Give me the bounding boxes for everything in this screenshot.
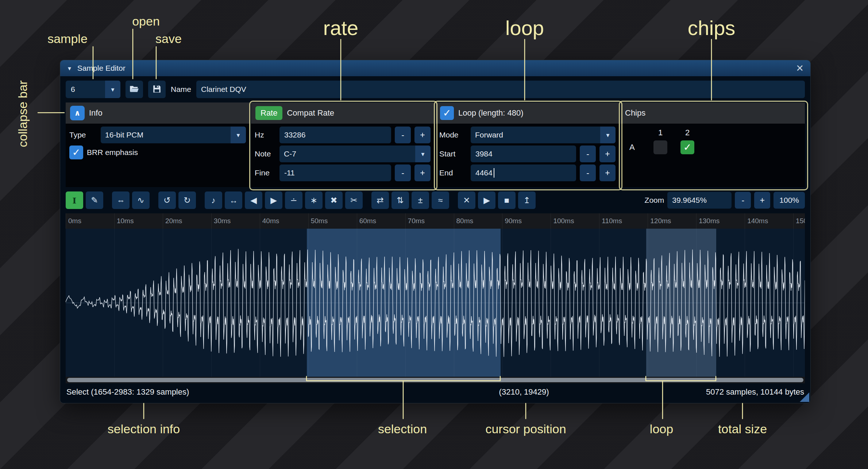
fine-increase-button[interactable]: +	[414, 164, 431, 181]
loop-start-increase-button[interactable]: +	[599, 146, 616, 162]
sample-toolbar-buttons: I✎⇔∿↺↻♪↔◀▶∸∗✖✂⇄⇅±≈✕▶■↥	[66, 191, 536, 209]
crossfade-button[interactable]: ✕	[458, 191, 475, 209]
window-collapse-icon[interactable]: ▼	[67, 65, 72, 71]
resize-button[interactable]: ⇔	[112, 191, 130, 209]
note-value: C-7	[279, 146, 415, 162]
normalize-button[interactable]: ↔	[225, 191, 242, 209]
hz-input[interactable]: 33286	[279, 127, 391, 143]
redo-button[interactable]: ↻	[178, 191, 196, 209]
zoom-controls: Zoom 39.9645% - + 100%	[645, 192, 805, 209]
preview-button[interactable]: ▶	[478, 191, 495, 209]
crossfade-icon: ✕	[463, 195, 470, 205]
chip-2-checkbox[interactable]: ✓	[680, 140, 694, 154]
loop-start-input[interactable]: 3984	[471, 146, 576, 162]
ruler-label: 60ms	[359, 217, 376, 225]
fade-out-button[interactable]: ▶	[265, 191, 282, 209]
fine-input[interactable]: -11	[279, 164, 391, 181]
signed-unsigned-button[interactable]: ±	[412, 191, 429, 209]
type-label: Type	[69, 131, 97, 139]
brr-emphasis-checkbox[interactable]: ✓	[69, 146, 83, 159]
open-folder-icon	[129, 84, 139, 95]
fine-decrease-button[interactable]: -	[395, 164, 411, 181]
ruler-label: 90ms	[505, 217, 521, 225]
property-panels: ∧ Info Type 16-bit PCM ▼ ✓	[66, 102, 805, 187]
reverse-button[interactable]: ⇄	[371, 191, 389, 209]
open-sample-button[interactable]	[126, 81, 143, 98]
loop-end-value: 4464	[475, 168, 493, 177]
ruler-label: 110ms	[602, 217, 622, 225]
fade-in-button[interactable]: ◀	[245, 191, 262, 209]
annotation-collapse-bar: collapse bar	[16, 80, 30, 147]
trim-button[interactable]: ✂	[345, 191, 363, 209]
info-panel-title: Info	[89, 108, 103, 118]
annotation-loop: loop	[505, 16, 544, 40]
zoom-reset-button[interactable]: 100%	[774, 192, 805, 209]
sample-number-select[interactable]: 6 ▼	[66, 81, 120, 98]
chip-1-checkbox[interactable]	[653, 140, 667, 154]
amplify-button[interactable]: ♪	[205, 191, 222, 209]
sample-toolbar: I✎⇔∿↺↻♪↔◀▶∸∗✖✂⇄⇅±≈✕▶■↥ Zoom 39.9645% - +…	[66, 191, 805, 209]
loop-end-label: End	[439, 168, 467, 177]
ruler-label: 0ms	[68, 217, 81, 225]
loop-start-decrease-button[interactable]: -	[580, 146, 596, 162]
rate-panel-title: Compat Rate	[287, 108, 334, 118]
titlebar[interactable]: ▼ Sample Editor ✕	[60, 60, 810, 76]
annotation-rate: rate	[323, 16, 359, 40]
resize-grip[interactable]	[800, 392, 809, 402]
window-title: Sample Editor	[77, 64, 126, 73]
annotation-save: save	[155, 32, 182, 46]
info-collapse-button[interactable]: ∧	[70, 106, 85, 120]
hz-value: 33286	[284, 131, 305, 139]
ruler-tick	[308, 213, 309, 229]
loop-end-input[interactable]: 4464	[471, 164, 576, 181]
ruler-label: 150ms	[796, 217, 805, 225]
zoom-input[interactable]: 39.9645%	[667, 192, 732, 209]
waveform-display[interactable]	[66, 229, 805, 377]
ruler-label: 140ms	[747, 217, 768, 225]
apply-silence-button[interactable]: ∗	[305, 191, 323, 209]
reverse-icon: ⇄	[377, 195, 383, 205]
loop-mode-dropdown[interactable]: Forward ▼	[471, 127, 616, 143]
ruler-label: 120ms	[650, 217, 671, 225]
invert-button[interactable]: ⇅	[391, 191, 409, 209]
loop-enable-checkbox[interactable]: ✓	[440, 106, 454, 120]
scrollbar-thumb[interactable]	[67, 378, 803, 382]
annotation-selection-info: selection info	[108, 422, 180, 436]
apply-silence-icon: ∗	[310, 195, 317, 205]
note-dropdown[interactable]: C-7 ▼	[279, 146, 431, 162]
sample-number-value: 6	[66, 81, 105, 98]
check-icon: ✓	[683, 142, 692, 153]
amplify-icon: ♪	[211, 195, 216, 205]
annotation-sample: sample	[47, 32, 88, 46]
select-mode-icon: I	[73, 195, 77, 205]
rate-toggle-button[interactable]: Rate	[255, 106, 282, 120]
annotation-open: open	[132, 14, 160, 28]
stop-button[interactable]: ■	[498, 191, 516, 209]
apply-filter-button[interactable]: ≈	[432, 191, 449, 209]
waveform-svg	[66, 229, 805, 377]
waveform-scrollbar[interactable]	[66, 377, 805, 383]
zoom-out-button[interactable]: -	[735, 192, 751, 209]
hz-increase-button[interactable]: +	[414, 127, 431, 143]
undo-button[interactable]: ↺	[158, 191, 176, 209]
resample-button[interactable]: ∿	[132, 191, 150, 209]
fade-out-icon: ▶	[270, 195, 277, 205]
create-wavetable-button[interactable]: ↥	[518, 191, 536, 209]
ruler-label: 100ms	[553, 217, 574, 225]
insert-silence-button[interactable]: ∸	[285, 191, 302, 209]
close-icon[interactable]: ✕	[796, 63, 804, 74]
fine-value: -11	[284, 168, 295, 177]
hz-decrease-button[interactable]: -	[395, 127, 411, 143]
draw-mode-button[interactable]: ✎	[86, 191, 103, 209]
sample-name-value: Clarinet DQV	[201, 85, 246, 94]
zoom-in-button[interactable]: +	[754, 192, 770, 209]
sample-name-input[interactable]: Clarinet DQV	[196, 81, 805, 98]
loop-end-decrease-button[interactable]: -	[580, 164, 596, 181]
cursor-position-text: (3210, 19429)	[499, 387, 549, 397]
sample-type-dropdown[interactable]: 16-bit PCM ▼	[101, 127, 246, 143]
delete-button[interactable]: ✖	[325, 191, 343, 209]
save-sample-button[interactable]	[148, 81, 166, 98]
loop-end-increase-button[interactable]: +	[599, 164, 616, 181]
select-mode-button[interactable]: I	[66, 191, 83, 209]
timeline-ruler: 0ms10ms20ms30ms40ms50ms60ms70ms80ms90ms1…	[66, 213, 805, 229]
